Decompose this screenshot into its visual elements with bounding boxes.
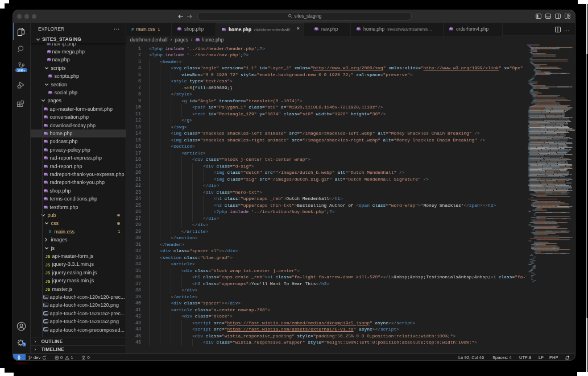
svg-text:JS: JS — [45, 287, 51, 291]
svg-text:JS: JS — [45, 279, 51, 283]
svg-text:JS: JS — [45, 271, 51, 275]
svg-text:JS: JS — [45, 262, 51, 266]
svg-text:JS: JS — [45, 254, 51, 258]
